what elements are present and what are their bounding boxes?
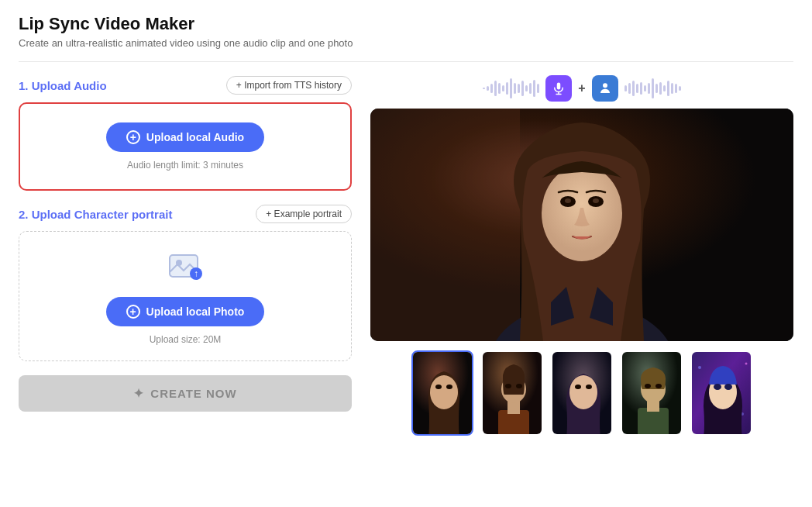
upload-audio-button[interactable]: + Upload local Audio — [106, 122, 264, 152]
svg-point-37 — [655, 384, 662, 388]
svg-point-44 — [714, 384, 721, 390]
waveform-bar — [667, 81, 669, 96]
create-now-button[interactable]: ✦ CREATE NOW — [19, 375, 352, 412]
section1-label: 1. Upload Audio — [19, 79, 107, 92]
waveform-bar — [675, 84, 677, 92]
waveform-bar — [525, 85, 528, 91]
svg-point-16 — [565, 198, 571, 203]
thumbnails-row — [370, 350, 793, 436]
audio-hint: Audio length limit: 3 minutes — [127, 160, 243, 171]
waveform-bar — [498, 83, 501, 94]
waveform-bar — [518, 84, 520, 92]
svg-point-40 — [698, 366, 701, 369]
svg-point-7 — [603, 83, 607, 88]
waveform-bar — [533, 80, 535, 97]
waveform-bar — [640, 82, 642, 95]
waveform-bar — [663, 85, 666, 91]
svg-point-20 — [435, 385, 442, 389]
waveform-bar — [487, 86, 489, 91]
waveform-left — [483, 78, 539, 99]
waveform-bar — [624, 85, 627, 91]
waveform-header: + — [370, 76, 793, 101]
waveform-bar — [490, 84, 493, 92]
thumbnail-3[interactable] — [551, 350, 613, 436]
page-subtitle: Create an ultra-realistic animated video… — [19, 37, 793, 49]
plus-separator: + — [578, 81, 585, 95]
photo-hint: Upload size: 20M — [150, 334, 222, 345]
main-layout: 1. Upload Audio + Import from TTS histor… — [19, 76, 793, 436]
waveform-bar — [628, 83, 631, 94]
example-portrait-button[interactable]: + Example portrait — [256, 205, 352, 223]
plus-icon: + — [126, 130, 140, 144]
thumbnail-4[interactable] — [621, 350, 683, 436]
svg-point-26 — [505, 384, 511, 388]
thumbnail-1[interactable] — [411, 350, 473, 436]
waveform-bar — [659, 82, 662, 95]
waveform-bar — [510, 78, 512, 98]
svg-point-21 — [446, 385, 452, 389]
svg-rect-4 — [557, 83, 561, 90]
waveform-bar — [636, 84, 638, 92]
waveform-bar — [521, 81, 524, 96]
svg-point-29 — [569, 375, 597, 409]
waveform-bar — [655, 84, 658, 92]
svg-point-30 — [575, 385, 581, 389]
main-preview — [370, 109, 793, 341]
waveform-bar — [648, 83, 650, 94]
page-title: Lip Sync Video Maker — [19, 14, 793, 34]
svg-rect-33 — [638, 408, 669, 436]
waveform-bar — [494, 81, 497, 96]
section2-label: 2. Upload Character portrait — [19, 208, 172, 221]
header-divider — [19, 61, 793, 62]
section2-header: 2. Upload Character portrait + Example p… — [19, 205, 352, 223]
audio-upload-box: + Upload local Audio Audio length limit:… — [19, 102, 352, 191]
waveform-bar — [671, 83, 673, 94]
svg-point-31 — [586, 385, 592, 389]
page-header: Lip Sync Video Maker Create an ultra-rea… — [19, 14, 793, 49]
photo-icon: ↑ — [167, 247, 204, 288]
waveform-bar — [483, 88, 485, 90]
waveform-right — [624, 78, 681, 99]
svg-point-41 — [745, 363, 748, 365]
waveform-bar — [632, 81, 635, 96]
waveform-bar — [529, 83, 532, 94]
svg-point-19 — [430, 375, 458, 409]
section1-header: 1. Upload Audio + Import from TTS histor… — [19, 76, 352, 95]
svg-text:↑: ↑ — [194, 268, 198, 279]
mic-icon — [545, 75, 572, 102]
svg-rect-9 — [370, 109, 520, 341]
svg-point-27 — [516, 384, 522, 388]
sparkle-icon: ✦ — [133, 386, 144, 401]
left-panel: 1. Upload Audio + Import from TTS histor… — [19, 76, 352, 436]
photo-upload-box: ↑ + Upload local Photo Upload size: 20M — [19, 231, 352, 361]
svg-point-45 — [724, 384, 732, 390]
thumbnail-2[interactable] — [481, 350, 543, 436]
svg-point-36 — [645, 384, 651, 388]
waveform-bar — [506, 82, 508, 95]
waveform-bar — [514, 83, 516, 94]
waveform-bar — [537, 84, 539, 92]
plus-icon-photo: + — [126, 305, 140, 319]
waveform-bar — [679, 86, 681, 91]
person-icon — [592, 75, 618, 102]
waveform-bar — [502, 85, 504, 91]
import-tts-button[interactable]: + Import from TTS history — [226, 76, 352, 95]
waveform-bar — [644, 85, 646, 91]
waveform-bar — [652, 78, 654, 98]
right-panel: + — [370, 76, 793, 436]
upload-photo-button[interactable]: + Upload local Photo — [106, 297, 265, 326]
svg-point-17 — [593, 198, 599, 203]
thumbnail-5[interactable] — [690, 350, 752, 436]
